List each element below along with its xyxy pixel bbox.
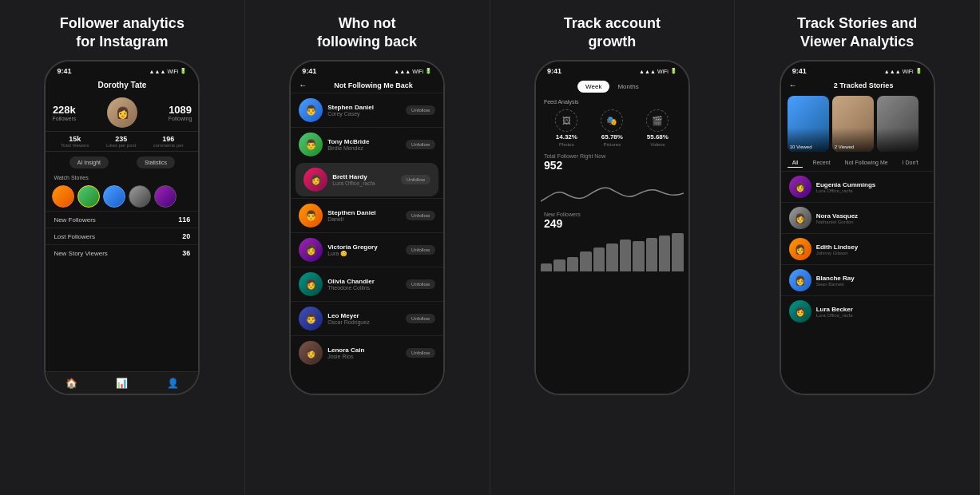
wifi-icon-3: WiFi [657,69,669,74]
p2-sub-7: Oscar Rodriguez [327,319,401,325]
p1-ai-insight-btn[interactable]: AI Insight [69,156,109,168]
p3-week-tab[interactable]: Week [577,81,609,93]
p4-header: ← 2 Tracked Stories [781,77,934,93]
p4-name-4: Blanche Ray [816,275,926,282]
story-avatar-5[interactable] [154,185,177,208]
p4-avatar-1: 👩 [789,176,811,198]
p2-avatar-2: 👨 [299,133,323,156]
p2-back-btn[interactable]: ← [299,81,307,89]
bar-1 [541,263,552,271]
panel-track-stories: Track Stories and Viewer Analytics 9:41 … [735,0,980,495]
home-icon[interactable]: 🏠 [65,378,77,389]
bar-6 [606,244,617,271]
p2-name-5: Victoria Gregory [327,244,401,251]
p4-filter-all[interactable]: All [788,158,803,168]
p1-lost-followers-val: 20 [182,232,190,240]
signal-icon-3: ▲▲▲ [639,69,656,74]
p1-stats-row: 228k Followers 👩 1089 Following [46,94,198,131]
p3-photos-pct: 14.32% [556,133,577,141]
p4-story-1[interactable]: 10 Viewed [788,96,829,152]
p2-unfollow-btn-5[interactable]: Unfollow [406,245,435,255]
wifi-icon-2: WiFi [412,69,423,74]
p2-person-7: 👨 Leo Meyer Oscar Rodriguez Unfollow [291,301,443,335]
bar-5 [593,248,605,271]
p4-info-2: Nora Vasquez Nathaniel Gordon [816,212,926,224]
p3-photos-metric: 🖼 14.32% Photos [555,109,577,147]
p4-story2-count: 2 Viewed [835,145,855,149]
p4-sub-4: Sean Barnett [816,282,926,287]
profile-icon[interactable]: 👤 [167,378,179,389]
p2-person-8: 👩 Lenora Cain Josie Rios Unfollow [291,335,443,370]
p4-story-2[interactable]: 2 Viewed [832,96,874,152]
p2-name-7: Leo Meyer [327,312,401,319]
bar-11 [672,233,683,271]
p4-person-4: 👩 Blanche Ray Sean Barnett [781,264,934,295]
p1-likes-lbl: Likes per post [106,143,136,148]
story-avatar-3[interactable] [103,185,125,208]
p1-statistics-btn[interactable]: Statistics [137,156,175,168]
bar-3 [567,257,578,271]
p3-pictures-pct: 65.78% [601,133,623,141]
status-icons-4: ▲▲▲ WiFi 🔋 [884,68,922,74]
p3-total-followers: Total Follower Right Now 952 [536,150,688,173]
bar-4 [580,251,591,271]
p3-photos-lbl: Photos [559,142,574,147]
status-icons-3: ▲▲▲ WiFi 🔋 [639,68,677,74]
p2-sub-5: Lura 😊 [327,251,401,257]
p2-avatar-5: 👩 [299,238,323,262]
p1-following-lbl: Following [169,116,192,121]
status-time-1: 9:41 [57,67,71,75]
bar-8 [633,241,644,271]
p1-followers-stat: 228k Followers [52,104,76,121]
story-avatar-4[interactable] [129,185,151,208]
p1-comments-stat: 196 comments per [153,135,184,148]
p4-filter-recent[interactable]: Recent [807,158,835,168]
p4-sub-3: Johnny Gibson [816,251,926,255]
p2-sub-1: Corey Casey [327,111,401,117]
p2-unfollow-btn-6[interactable]: Unfollow [406,279,435,289]
p4-info-3: Edith Lindsey Johnny Gibson [816,244,926,255]
p1-action-buttons: AI Insight Statistics [46,152,198,173]
p2-avatar-4: 👨 [299,204,323,228]
p2-unfollow-btn-2[interactable]: Unfollow [406,140,435,149]
p1-sub-stats: 15k Total Viewers 235 Likes per post 196… [46,131,198,152]
p4-back-btn[interactable]: ← [789,81,797,89]
story-avatar-1[interactable] [52,185,74,208]
p1-following-val: 1089 [169,104,192,116]
p3-videos-metric: 🎬 55.68% Videos [646,109,669,147]
p4-sub-5: Lura Office_racfa [816,313,926,318]
p1-profile-header: Dorothy Tate [46,77,198,94]
phone-2: 9:41 ▲▲▲ WiFi 🔋 ← Not Following Me Back … [289,60,445,395]
phone-3: 9:41 ▲▲▲ WiFi 🔋 Week Months Feed Analysi… [534,60,690,395]
p3-new-followers: New Followers 249 [536,208,688,232]
p2-person-4: 👨 Stepthen Daniel Danell Unfollow [291,198,443,232]
p1-followers-lbl: Followers [52,116,76,121]
p4-story-3[interactable] [877,96,919,152]
p4-filter-tabs: All Recent Not Following Me I Don't [781,155,934,171]
p2-unfollow-btn-3[interactable]: Unfollow [401,175,430,184]
p1-story-avatars [46,182,198,211]
p4-info-5: Lura Becker Lura Office_racfa [816,306,926,318]
bar-9 [646,238,657,271]
p3-total-follower-lbl: Total Follower Right Now [544,153,680,159]
story-avatar-2[interactable] [77,185,100,208]
p2-unfollow-btn-4[interactable]: Unfollow [406,211,435,220]
p2-unfollow-btn-8[interactable]: Unfollow [406,348,435,358]
status-time-2: 9:41 [302,67,316,75]
p2-unfollow-btn-7[interactable]: Unfollow [406,314,435,323]
p2-person-1: 👨 Stephen Daniel Corey Casey Unfollow [291,93,443,127]
p4-name-5: Lura Becker [816,306,926,313]
wifi-icon-4: WiFi [903,69,914,74]
p4-filter-not-following[interactable]: Not Following Me [840,158,893,168]
p4-screen-title: 2 Tracked Stories [802,81,926,89]
bar-7 [620,240,631,271]
chart-icon[interactable]: 📊 [116,378,128,389]
p1-bottom-nav: 🏠 📊 👤 [46,371,198,394]
p4-filter-idont[interactable]: I Don't [898,158,923,168]
p2-unfollow-btn-1[interactable]: Unfollow [406,105,435,115]
panel1-title: Follower analytics for Instagram [60,14,184,50]
p2-name-6: Olivia Chandler [327,278,401,285]
p3-videos-pct: 55.68% [647,133,669,141]
p2-info-1: Stephen Daniel Corey Casey [327,104,401,117]
p3-months-tab[interactable]: Months [609,81,646,93]
